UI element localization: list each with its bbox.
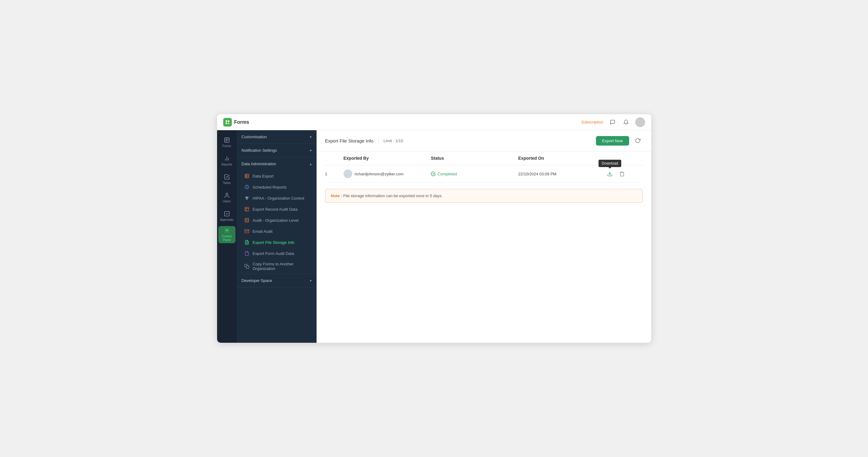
chevron-down-icon-3: ▾: [310, 279, 312, 283]
chat-icon[interactable]: [608, 118, 617, 126]
sidebar-item-scheduled-reports-label: Scheduled Reports: [253, 185, 287, 189]
sidebar-section-notification-header[interactable]: Notification Settings ▾: [237, 144, 316, 157]
sidebar-item-audit-org-label: Audit - Organization Level: [253, 218, 299, 223]
sidebar-item-data-export-label: Data Export: [253, 174, 274, 178]
export-now-button[interactable]: Export Now: [596, 136, 629, 146]
chevron-down-icon: ▾: [310, 135, 312, 139]
sidebar-section-data-admin: Data Administration ▴ Data Export: [237, 157, 316, 274]
note-box: Note : File storage information can be e…: [325, 189, 643, 203]
sidebar-item-export-form-audit[interactable]: Export Form Audit Data: [237, 248, 316, 259]
table-cell-exported-on: 22/10/2024 03:09 PM: [518, 172, 606, 176]
sidebar-section-customisation-label: Customisation: [242, 134, 267, 139]
svg-rect-3: [228, 123, 229, 124]
sidebar-section-customisation-header[interactable]: Customisation ▾: [237, 130, 316, 144]
nav-item-users[interactable]: Users: [218, 189, 236, 206]
nav-item-forms-label: Forms: [222, 144, 231, 148]
audit-org-icon: [244, 217, 250, 223]
sidebar-item-email-audit-label: Email Audit: [253, 229, 273, 234]
nav-item-tasks[interactable]: Tasks: [218, 171, 236, 188]
sidebar-section-notification: Notification Settings ▾: [237, 144, 316, 157]
avatar[interactable]: [635, 117, 645, 127]
sidebar-section-developer: Developer Space ▾: [237, 274, 316, 287]
user-avatar: [344, 170, 352, 178]
content-area: Export File Storage Info Limit : 1/10 Ex…: [316, 130, 651, 343]
sidebar-section-customisation: Customisation ▾: [237, 130, 316, 144]
notification-icon[interactable]: [622, 118, 630, 126]
main-layout: Forms Reports Tasks: [217, 130, 651, 343]
svg-point-11: [226, 193, 228, 195]
subscription-link[interactable]: Subscription: [581, 120, 603, 124]
note-prefix: Note :: [331, 193, 342, 198]
export-form-audit-icon: [244, 251, 250, 256]
delete-button[interactable]: [618, 170, 626, 178]
sidebar-item-export-file-storage[interactable]: Export File Storage Info: [237, 237, 316, 248]
table-row: 1 richardjohnson@zylker.com Completed: [325, 165, 643, 183]
status-badge: Completed: [431, 171, 457, 176]
sidebar-item-export-record-audit[interactable]: Export Record Audit Data: [237, 204, 316, 215]
nav-item-reports-label: Reports: [221, 163, 232, 166]
sidebar-item-export-file-storage-label: Export File Storage Info: [253, 240, 295, 245]
table-header-index: [325, 156, 344, 161]
content-header: Export File Storage Info Limit : 1/10 Ex…: [316, 130, 651, 151]
top-bar: Forms Subscription: [217, 114, 651, 130]
status-label: Completed: [437, 172, 457, 176]
sidebar-item-email-audit[interactable]: Email Audit: [237, 226, 316, 237]
sidebar-section-developer-label: Developer Space: [242, 278, 272, 283]
sidebar-item-export-record-audit-label: Export Record Audit Data: [253, 207, 298, 212]
app-container: Forms Subscription: [217, 114, 651, 343]
table-header-exported-by: Exported By: [344, 156, 431, 161]
far-left-nav: Forms Reports Tasks: [217, 130, 237, 343]
logo-icon: [223, 118, 232, 126]
table-cell-exported-by: richardjohnson@zylker.com: [344, 170, 431, 178]
sidebar-section-developer-header[interactable]: Developer Space ▾: [237, 274, 316, 287]
nav-item-forms[interactable]: Forms: [218, 134, 236, 151]
sidebar-item-copy-forms-label: Copy Forms to Another Organization: [253, 262, 312, 271]
table-header-exported-on: Exported On: [518, 156, 606, 161]
hipaa-icon: [244, 195, 250, 201]
table-header-actions: [606, 156, 642, 161]
chevron-up-icon: ▴: [310, 162, 312, 166]
export-record-audit-icon: [244, 206, 250, 212]
download-tooltip: Download: [606, 170, 614, 178]
note-text: File storage information can be exported…: [343, 193, 443, 198]
content-header-left: Export File Storage Info Limit : 1/10: [325, 138, 403, 144]
content-limit: Limit : 1/10: [383, 139, 403, 143]
table-cell-actions: Download: [606, 170, 642, 178]
nav-item-control-panel-label: Control Panel: [218, 235, 236, 242]
table-area: Exported By Status Exported On 1 richard…: [316, 151, 651, 183]
sidebar-section-data-admin-header[interactable]: Data Administration ▴: [237, 157, 316, 171]
nav-item-control-panel[interactable]: Control Panel: [218, 226, 236, 243]
sidebar-item-hipaa-label: HIPAA - Organization Control: [253, 196, 304, 201]
sidebar-item-hipaa[interactable]: HIPAA - Organization Control: [237, 192, 316, 204]
nav-item-reports[interactable]: Reports: [218, 152, 236, 170]
nav-item-approvals[interactable]: Approvals: [218, 208, 236, 225]
app-logo: Forms: [223, 118, 249, 126]
sidebar: Customisation ▾ Notification Settings ▾ …: [237, 130, 316, 343]
sidebar-item-audit-org[interactable]: Audit - Organization Level: [237, 215, 316, 226]
table-cell-status: Completed: [431, 171, 518, 176]
sidebar-section-data-admin-label: Data Administration: [242, 161, 276, 166]
copy-forms-icon: [244, 264, 250, 269]
content-title: Export File Storage Info: [325, 138, 374, 144]
chevron-down-icon-2: ▾: [310, 148, 312, 153]
scheduled-reports-icon: [244, 184, 250, 190]
sidebar-item-scheduled-reports[interactable]: Scheduled Reports: [237, 182, 316, 192]
download-button[interactable]: [606, 170, 614, 178]
refresh-button[interactable]: [633, 136, 643, 146]
top-bar-right: Subscription: [581, 117, 645, 127]
nav-item-approvals-label: Approvals: [220, 218, 234, 222]
table-header-status: Status: [431, 156, 518, 161]
sidebar-section-notification-label: Notification Settings: [242, 148, 277, 153]
email-audit-icon: [244, 228, 250, 234]
nav-item-users-label: Users: [223, 200, 230, 203]
nav-item-tasks-label: Tasks: [223, 181, 231, 185]
content-divider: [378, 138, 379, 144]
content-header-right: Export Now: [596, 136, 642, 146]
sidebar-item-copy-forms[interactable]: Copy Forms to Another Organization: [237, 259, 316, 274]
svg-point-13: [226, 230, 227, 231]
sidebar-item-export-form-audit-label: Export Form Audit Data: [253, 251, 294, 256]
sidebar-item-data-export[interactable]: Data Export: [237, 171, 316, 182]
svg-rect-28: [245, 218, 249, 222]
export-file-storage-icon: [244, 240, 250, 245]
svg-rect-2: [226, 123, 227, 124]
